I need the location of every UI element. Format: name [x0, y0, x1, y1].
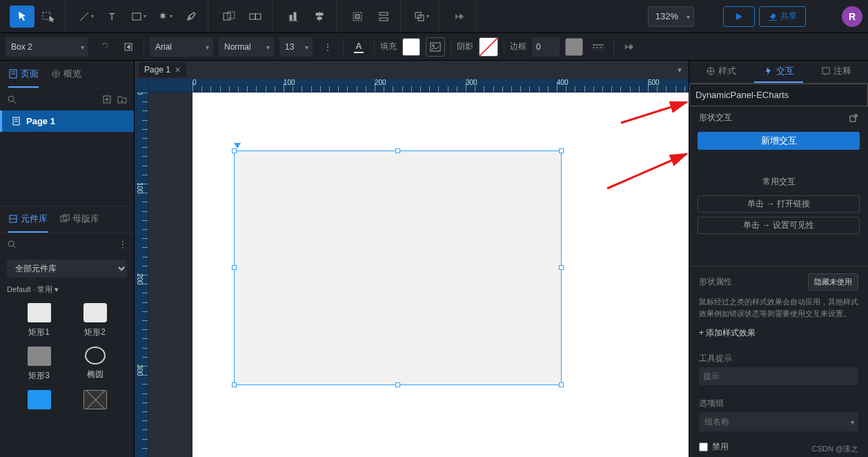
ruler-vertical[interactable]: 0100200300 — [135, 93, 148, 457]
element-name-combo[interactable] — [6, 37, 88, 57]
disable-checkbox[interactable] — [699, 443, 708, 451]
shape-ellipse[interactable]: 椭圆 — [71, 347, 119, 382]
preview-button[interactable] — [723, 6, 755, 27]
prop-overflow[interactable] — [620, 37, 639, 57]
ungroup-button[interactable] — [243, 6, 268, 28]
library-category[interactable]: Default · 常用 ▾ — [0, 282, 134, 298]
widgets-tab[interactable]: 元件库 — [8, 206, 48, 233]
hide-unused-button[interactable]: 隐藏未使用 — [808, 273, 858, 291]
resize-handle-e[interactable] — [559, 265, 564, 270]
shape-image[interactable] — [15, 390, 63, 414]
shape-tool[interactable]: ▾ — [126, 6, 151, 28]
style-tab[interactable]: 样式 — [696, 61, 746, 83]
svg-point-31 — [55, 72, 57, 75]
text-color-button[interactable]: A — [349, 37, 368, 57]
svg-point-30 — [52, 70, 59, 77]
library-select[interactable]: 全部元件库 — [7, 260, 127, 278]
svg-rect-11 — [294, 12, 296, 20]
widget-search-input[interactable] — [22, 240, 113, 249]
align-v-button[interactable] — [307, 6, 332, 28]
region-select-tool[interactable] — [36, 6, 61, 28]
add-style-effect-button[interactable]: + 添加样式效果 — [689, 324, 868, 346]
canvas-viewport[interactable] — [148, 93, 689, 457]
toolbar-overflow[interactable] — [447, 6, 472, 28]
shape-rect1[interactable]: 矩形1 — [15, 303, 63, 338]
page-list-item[interactable]: Page 1 — [0, 110, 134, 132]
search-icon — [7, 240, 17, 249]
tooltip-input[interactable] — [699, 367, 858, 385]
select-tool[interactable] — [10, 6, 34, 28]
svg-rect-18 — [379, 18, 388, 21]
shape-rect2[interactable]: 矩形2 — [71, 303, 119, 338]
user-avatar[interactable]: R — [842, 6, 862, 27]
property-bar: ⋮ A 填充 阴影 边框 — [0, 33, 868, 61]
svg-point-46 — [8, 241, 14, 246]
text-more-button[interactable]: ⋮ — [318, 37, 337, 57]
page-icon — [12, 117, 21, 126]
resize-handle-sw[interactable] — [232, 382, 237, 387]
resize-handle-ne[interactable] — [559, 148, 564, 153]
ruler-horizontal[interactable]: 0100200300400500 — [148, 79, 689, 93]
common-click-link[interactable]: 单击 → 打开链接 — [698, 195, 860, 213]
font-size-combo[interactable] — [279, 37, 313, 57]
page-surface[interactable] — [193, 93, 689, 457]
border-width-input[interactable] — [532, 37, 560, 57]
resize-handle-nw[interactable] — [232, 148, 237, 153]
page-search-input[interactable] — [22, 95, 97, 104]
resize-handle-n[interactable] — [395, 148, 400, 153]
interactions-tab[interactable]: 交互 — [754, 61, 804, 83]
group-select[interactable] — [699, 412, 858, 431]
element-name-input[interactable] — [689, 84, 868, 106]
add-page-icon[interactable] — [102, 95, 112, 104]
border-style-button[interactable] — [589, 37, 608, 57]
svg-rect-17 — [379, 12, 388, 15]
draw-tools-group: ▾ T ▾ ▾ — [70, 0, 208, 32]
unlink-button[interactable] — [94, 37, 113, 57]
svg-text:T: T — [109, 11, 115, 22]
shadow-none-button[interactable] — [479, 37, 498, 57]
svg-rect-14 — [317, 17, 322, 19]
distribute-v-button[interactable] — [371, 6, 396, 28]
group-button[interactable] — [217, 6, 241, 28]
zoom-select[interactable]: 132% — [648, 6, 694, 27]
border-color-swatch[interactable] — [565, 38, 583, 56]
target-button[interactable] — [119, 37, 138, 57]
pen-tool[interactable] — [179, 6, 204, 28]
canvas-page-tab[interactable]: Page 1✕ — [139, 62, 186, 77]
close-icon[interactable]: ✕ — [175, 66, 181, 75]
main-toolbar: ▾ T ▾ ▾ ▾ 132% 共享 R — [0, 0, 868, 33]
svg-rect-13 — [316, 13, 323, 15]
share-button[interactable]: 共享 — [759, 6, 806, 27]
add-folder-icon[interactable] — [117, 95, 127, 104]
selected-shape[interactable] — [234, 150, 562, 385]
align-h-button[interactable] — [281, 6, 306, 28]
widget-menu-icon[interactable]: ⋮ — [119, 240, 127, 249]
resize-handle-w[interactable] — [232, 265, 237, 270]
line-tool[interactable]: ▾ — [74, 6, 99, 28]
resize-handle-se[interactable] — [559, 382, 564, 387]
outline-tab[interactable]: 概览 — [51, 61, 81, 88]
effect-tool[interactable]: ▾ — [152, 6, 177, 28]
shape-placeholder[interactable] — [71, 390, 119, 414]
svg-rect-8 — [255, 14, 261, 19]
align-tools — [277, 0, 337, 32]
common-click-visibility[interactable]: 单击 → 设置可见性 — [698, 217, 860, 234]
distribute-h-button[interactable] — [345, 6, 370, 28]
resize-handle-s[interactable] — [395, 382, 400, 387]
font-weight-combo[interactable] — [219, 37, 274, 57]
external-link-icon[interactable] — [849, 113, 858, 123]
font-family-combo[interactable] — [150, 37, 213, 57]
masters-tab[interactable]: 母版库 — [60, 206, 99, 233]
add-interaction-button[interactable]: 新增交互 — [698, 132, 860, 150]
order-button[interactable]: ▾ — [409, 6, 434, 28]
pages-tab[interactable]: 页面 — [8, 61, 39, 88]
shape-interactions-label: 形状交互 — [699, 112, 732, 124]
image-fill-button[interactable] — [426, 37, 445, 57]
fill-color-swatch[interactable] — [402, 38, 420, 56]
notes-tab[interactable]: 注释 — [811, 61, 861, 83]
svg-rect-3 — [132, 13, 141, 20]
svg-line-47 — [13, 246, 16, 249]
text-tool[interactable]: T — [100, 6, 125, 28]
page-tab-menu-icon[interactable]: ▼ — [676, 66, 683, 74]
shape-rect3[interactable]: 矩形3 — [15, 347, 63, 382]
